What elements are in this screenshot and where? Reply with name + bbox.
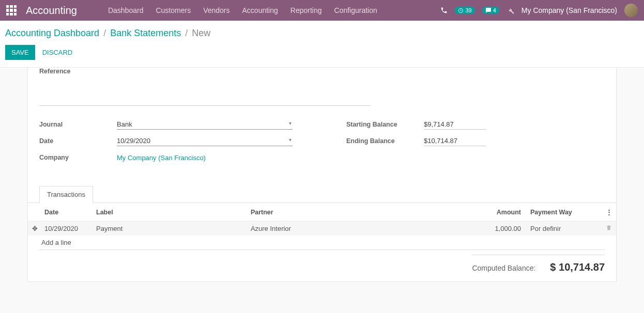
cell-amount[interactable]: 1,000.00 xyxy=(467,222,524,236)
reference-label: Reference xyxy=(39,68,605,75)
nav-item-accounting[interactable]: Accounting xyxy=(236,1,284,20)
nav-item-reporting[interactable]: Reporting xyxy=(284,1,328,20)
th-label: Label xyxy=(93,203,248,222)
brand[interactable]: Accounting xyxy=(26,5,77,17)
messages-count: 4 xyxy=(493,7,496,13)
journal-select[interactable]: ▾ xyxy=(117,119,293,130)
th-date: Date xyxy=(41,203,93,222)
journal-input[interactable] xyxy=(117,119,293,130)
cell-partner[interactable]: Azure Interior xyxy=(248,222,467,236)
save-button[interactable]: SAVE xyxy=(5,45,35,60)
table-row[interactable]: ✥ 10/29/2020 Payment Azure Interior 1,00… xyxy=(28,222,616,236)
th-partner: Partner xyxy=(248,203,467,222)
activity-count: 39 xyxy=(465,7,471,13)
breadcrumb-leaf: New xyxy=(192,28,210,39)
breadcrumb-sep: / xyxy=(103,28,106,39)
breadcrumb-mid[interactable]: Bank Statements xyxy=(110,28,181,39)
starting-balance-label: Starting Balance xyxy=(346,121,424,128)
breadcrumb: Accounting Dashboard / Bank Statements /… xyxy=(0,21,644,42)
cell-payment-way[interactable]: Por definir xyxy=(524,222,602,236)
discard-button[interactable]: DISCARD xyxy=(42,49,73,56)
date-select[interactable]: ▾ xyxy=(117,136,293,146)
apps-icon[interactable] xyxy=(6,5,17,15)
nav-item-configuration[interactable]: Configuration xyxy=(328,1,384,20)
journal-label: Journal xyxy=(39,121,117,128)
ending-balance-input[interactable] xyxy=(424,136,486,146)
totals-row: Computed Balance: $ 10,714.87 xyxy=(39,249,605,273)
tab-transactions[interactable]: Transactions xyxy=(39,186,93,203)
cell-date[interactable]: 10/29/2020 xyxy=(41,222,93,236)
drag-handle-icon[interactable]: ✥ xyxy=(28,222,41,236)
nav-right: 39 4 My Company (San Francisco) xyxy=(440,4,638,17)
nav-item-dashboard[interactable]: Dashboard xyxy=(102,1,150,20)
nav-item-customers[interactable]: Customers xyxy=(149,1,197,20)
action-bar: SAVE DISCARD xyxy=(0,42,644,68)
breadcrumb-root[interactable]: Accounting Dashboard xyxy=(5,28,99,39)
avatar[interactable] xyxy=(624,4,638,17)
th-amount: Amount xyxy=(467,203,524,222)
breadcrumb-sep: / xyxy=(185,28,188,39)
phone-icon[interactable] xyxy=(440,7,448,14)
th-payment-way: Payment Way xyxy=(524,203,602,222)
company-label: Company xyxy=(39,154,117,161)
wrench-icon[interactable] xyxy=(507,7,514,14)
reference-input[interactable] xyxy=(39,93,370,106)
form-sheet: Reference Journal ▾ Date xyxy=(27,68,617,282)
company-link[interactable]: My Company (San Francisco) xyxy=(117,154,206,162)
starting-balance-input[interactable] xyxy=(424,119,486,130)
date-input[interactable] xyxy=(117,136,293,146)
nav-menu: Dashboard Customers Vendors Accounting R… xyxy=(102,1,384,20)
activity-badge[interactable]: 39 xyxy=(455,7,474,14)
date-label: Date xyxy=(39,137,117,145)
messages-badge[interactable]: 4 xyxy=(482,7,499,14)
company-switcher[interactable]: My Company (San Francisco) xyxy=(522,6,617,14)
nav-item-vendors[interactable]: Vendors xyxy=(197,1,236,20)
add-line-link[interactable]: Add a line xyxy=(41,236,616,249)
transactions-table: Date Label Partner Amount Payment Way ⋮ … xyxy=(28,203,616,249)
content-scroll[interactable]: Reference Journal ▾ Date xyxy=(0,68,644,313)
column-options-icon[interactable]: ⋮ xyxy=(602,203,616,222)
cell-label[interactable]: Payment xyxy=(93,222,248,236)
tabs: Transactions xyxy=(28,185,616,203)
trash-icon[interactable] xyxy=(602,222,616,236)
computed-balance-label: Computed Balance: xyxy=(472,264,535,272)
navbar: Accounting Dashboard Customers Vendors A… xyxy=(0,0,644,21)
ending-balance-label: Ending Balance xyxy=(346,137,424,145)
computed-balance-value: $ 10,714.87 xyxy=(550,261,605,273)
